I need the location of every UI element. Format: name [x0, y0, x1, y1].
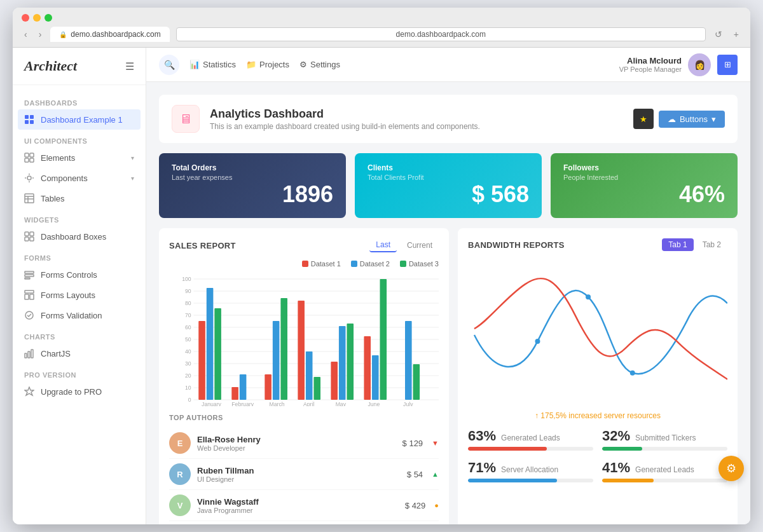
sidebar-item-forms-validation[interactable]: Forms Validation — [13, 305, 146, 325]
svg-rect-1 — [30, 115, 34, 119]
svg-text:July: July — [403, 401, 413, 406]
svg-rect-17 — [25, 271, 34, 273]
sidebar-item-tables[interactable]: Tables — [13, 188, 146, 208]
cloud-icon: ☁ — [668, 114, 676, 124]
sidebar-item-elements[interactable]: Elements ▾ — [13, 147, 146, 168]
svg-rect-19 — [25, 278, 30, 279]
svg-rect-63 — [339, 326, 346, 400]
close-dot[interactable] — [22, 14, 29, 22]
star-button[interactable]: ★ — [633, 109, 654, 129]
sidebar-item-dashboard-example-1[interactable]: Dashboard Example 1 — [18, 109, 141, 130]
bandwidth-tabs: Tab 1 Tab 2 — [662, 238, 727, 251]
settings-fab-button[interactable]: ⚙ — [718, 456, 744, 481]
svg-rect-67 — [380, 279, 387, 400]
nav-link-statistics[interactable]: 📊 Statistics — [189, 60, 236, 69]
metric-label: Submitted Tickers — [635, 433, 696, 442]
sidebar-item-upgrade-pro[interactable]: Upgrade to PRO — [13, 381, 146, 402]
avatar: E — [169, 432, 191, 454]
svg-rect-52 — [214, 308, 221, 400]
charts-row: SALES REPORT Last Current Dataset 1 — [159, 228, 738, 524]
svg-point-79 — [586, 294, 591, 299]
browser-url: demo.dashboardpack.com — [71, 30, 160, 39]
header-actions: ★ ☁ Buttons ▾ — [633, 109, 725, 129]
browser-toolbar: ‹ › 🔒 demo.dashboardpack.com demo.dashbo… — [22, 27, 741, 42]
nav-section-widgets: WIDGETS — [13, 208, 146, 226]
back-button[interactable]: ‹ — [22, 28, 30, 41]
svg-text:50: 50 — [185, 336, 191, 343]
line-chart — [468, 259, 727, 405]
tab-current[interactable]: Current — [401, 238, 439, 252]
svg-rect-18 — [25, 275, 34, 276]
author-row: R Ruben Tillman UI Designer $ 54 ▲ — [169, 459, 439, 490]
author-info: Ruben Tillman UI Designer — [197, 466, 401, 483]
sidebar-item-chartjs[interactable]: ChartJS — [13, 343, 146, 364]
metric-label: Generated Leads — [635, 465, 694, 474]
browser-tab[interactable]: 🔒 demo.dashboardpack.com — [50, 27, 169, 42]
sidebar-item-label: Forms Layouts — [41, 290, 95, 300]
bandwidth-report-card: BANDWIDTH REPORTS Tab 1 Tab 2 — [458, 228, 738, 524]
bandwidth-chart-header: BANDWIDTH REPORTS Tab 1 Tab 2 — [468, 238, 727, 251]
author-role: Web Developer — [197, 444, 396, 452]
svg-text:100: 100 — [182, 276, 191, 282]
chevron-down-icon: ▾ — [131, 175, 134, 182]
author-value: $ 54 — [407, 470, 423, 479]
grid-icon-button[interactable]: ⊞ — [717, 55, 738, 75]
sidebar-item-label: Forms Validation — [41, 311, 102, 320]
author-row: V Vinnie Wagstaff Java Programmer $ 429 … — [169, 490, 439, 521]
tab-last[interactable]: Last — [369, 238, 397, 252]
browser-tabs: 🔒 demo.dashboardpack.com — [50, 27, 169, 42]
svg-rect-22 — [30, 294, 34, 299]
browser-chrome: ‹ › 🔒 demo.dashboardpack.com demo.dashbo… — [13, 8, 750, 48]
avatar: R — [169, 463, 191, 485]
stat-value: 46% — [679, 181, 725, 208]
svg-rect-54 — [240, 374, 247, 400]
nav-section-pro: PRO VERSION — [13, 364, 146, 381]
authors-title: TOP AUTHORS — [169, 414, 439, 421]
bandwidth-tab2[interactable]: Tab 2 — [696, 238, 727, 251]
maximize-dot[interactable] — [45, 14, 52, 22]
bandwidth-tab1[interactable]: Tab 1 — [662, 238, 693, 251]
svg-rect-50 — [198, 321, 205, 400]
nav-link-settings[interactable]: ⚙ Settings — [299, 60, 340, 69]
sidebar-item-forms-controls[interactable]: Forms Controls — [13, 264, 146, 285]
svg-text:10: 10 — [185, 385, 191, 391]
author-name: Ruben Tillman — [197, 466, 401, 475]
svg-rect-14 — [30, 232, 34, 236]
svg-rect-61 — [313, 377, 320, 400]
hamburger-button[interactable]: ☰ — [125, 60, 134, 72]
stat-card-followers: Followers People Interested 46% — [551, 153, 738, 218]
metric-bar — [602, 447, 727, 451]
chevron-down-icon: ▾ — [711, 114, 716, 124]
user-name: Alina Mclourd — [619, 56, 682, 65]
authors-section: TOP AUTHORS E Ella-Rose Henry Web Develo… — [169, 414, 439, 524]
svg-text:March: March — [270, 401, 285, 406]
stat-cards: Total Orders Last year expenses 1896 Cli… — [159, 153, 738, 218]
page-header-text: Analytics Dashboard This is an example d… — [210, 107, 480, 131]
nav-link-projects[interactable]: 📁 Projects — [246, 60, 289, 69]
tab-lock-icon: 🔒 — [59, 31, 67, 38]
buttons-button[interactable]: ☁ Buttons ▾ — [659, 111, 725, 128]
legend-dataset3: Dataset 3 — [400, 260, 439, 268]
metric-item: 63% Generated Leads — [468, 428, 593, 451]
sidebar-item-components[interactable]: Components ▾ — [13, 168, 146, 188]
app-layout: Architect ☰ DASHBOARDS Dashboard Example… — [13, 48, 750, 524]
minimize-dot[interactable] — [33, 14, 41, 22]
forward-button[interactable]: › — [36, 28, 45, 41]
metric-value: 32% — [602, 428, 630, 444]
user-avatar[interactable]: 👩 — [688, 53, 711, 76]
svg-text:90: 90 — [185, 288, 191, 294]
metric-bar-fill — [602, 479, 654, 482]
refresh-button[interactable]: ↺ — [712, 28, 725, 41]
metric-bar-fill — [468, 479, 557, 482]
sidebar-item-dashboard-boxes[interactable]: Dashboard Boxes — [13, 226, 146, 247]
svg-text:60: 60 — [185, 324, 191, 331]
sidebar-item-forms-layouts[interactable]: Forms Layouts — [13, 285, 146, 305]
svg-rect-53 — [231, 387, 238, 400]
new-tab-button[interactable]: + — [731, 28, 741, 41]
svg-rect-16 — [30, 237, 34, 241]
svg-text:June: June — [368, 401, 380, 406]
search-button[interactable]: 🔍 — [159, 55, 179, 75]
chart-header: SALES REPORT Last Current — [169, 238, 439, 252]
svg-point-78 — [535, 339, 540, 344]
browser-address-bar[interactable]: demo.dashboardpack.com — [176, 27, 706, 41]
